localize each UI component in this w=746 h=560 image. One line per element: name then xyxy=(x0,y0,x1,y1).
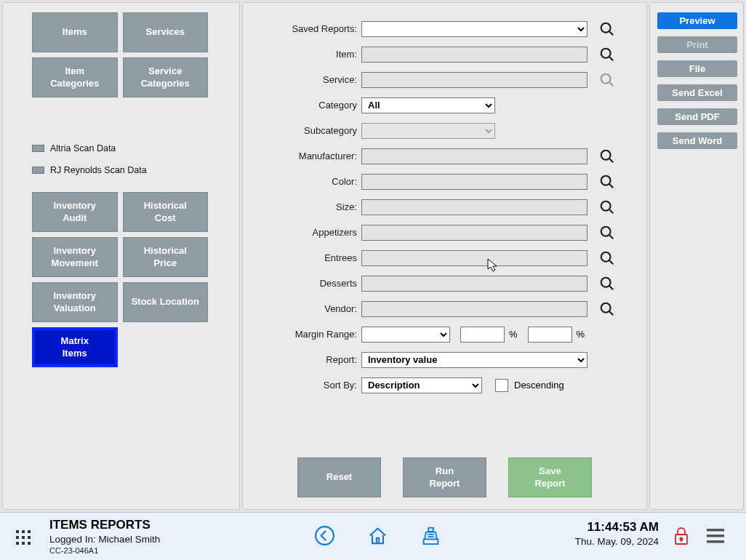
appetizers-input[interactable] xyxy=(361,225,587,241)
nav-grid-top: Items Services ItemCategories ServiceCat… xyxy=(32,12,208,97)
nav-matrix-items[interactable]: MatrixItems xyxy=(32,327,118,367)
row-size: Size: xyxy=(243,194,646,220)
label-subcategory: Subcategory xyxy=(243,125,361,136)
footer-bar: ITEMS REPORTS Logged In: Michael Smith C… xyxy=(0,512,746,560)
saved-reports-select[interactable] xyxy=(361,21,587,37)
svg-rect-23 xyxy=(16,536,19,539)
search-icon[interactable] xyxy=(599,225,615,241)
search-icon[interactable] xyxy=(599,174,615,190)
button-label: Send Excel xyxy=(672,87,722,98)
apps-grid-icon[interactable] xyxy=(16,530,31,548)
svg-line-17 xyxy=(609,285,614,289)
label-category: Category xyxy=(243,100,361,111)
reset-button[interactable]: Reset xyxy=(297,457,381,497)
descending-checkbox[interactable] xyxy=(495,379,508,392)
back-icon[interactable] xyxy=(313,524,337,551)
svg-rect-24 xyxy=(22,536,25,539)
desserts-input[interactable] xyxy=(361,276,587,292)
nav-label: Items xyxy=(63,26,87,38)
run-report-button[interactable]: RunReport xyxy=(403,457,486,497)
category-select[interactable]: All xyxy=(361,97,495,113)
entrees-input[interactable] xyxy=(361,250,587,266)
home-icon[interactable] xyxy=(366,524,390,551)
nav-historical-price[interactable]: HistoricalPrice xyxy=(123,237,209,277)
vendor-input[interactable] xyxy=(361,301,587,317)
nav-service-categories[interactable]: ServiceCategories xyxy=(123,57,209,97)
item-input[interactable] xyxy=(361,47,587,63)
color-input[interactable] xyxy=(361,174,587,190)
row-margin: Margin Range: % % xyxy=(243,321,646,347)
action-row: Reset RunReport SaveReport xyxy=(243,457,646,497)
scan-item-altria[interactable]: Altria Scan Data xyxy=(32,137,236,159)
row-saved-reports: Saved Reports: xyxy=(243,16,646,41)
nav-inventory-movement[interactable]: InventoryMovement xyxy=(32,237,118,277)
file-button[interactable]: File xyxy=(657,60,737,77)
search-icon[interactable] xyxy=(599,199,615,215)
send-excel-button[interactable]: Send Excel xyxy=(657,84,737,101)
margin-range-select[interactable] xyxy=(361,327,450,343)
margin-to-input[interactable] xyxy=(528,327,572,343)
button-label: RunReport xyxy=(430,465,460,489)
nav-items[interactable]: Items xyxy=(32,12,118,52)
row-item: Item: xyxy=(243,41,646,67)
label-size: Size: xyxy=(243,201,361,212)
label-margin: Margin Range: xyxy=(243,329,361,340)
nav-label: MatrixItems xyxy=(61,335,89,359)
save-report-button[interactable]: SaveReport xyxy=(508,457,592,497)
svg-line-9 xyxy=(609,183,614,188)
sort-by-select[interactable]: Description xyxy=(361,377,482,393)
svg-point-8 xyxy=(601,175,611,185)
send-pdf-button[interactable]: Send PDF xyxy=(657,108,737,125)
search-icon[interactable] xyxy=(599,250,615,266)
svg-point-4 xyxy=(601,73,611,83)
service-input[interactable] xyxy=(361,72,587,88)
cash-register-icon[interactable] xyxy=(419,524,443,551)
register-id: CC-23-046A1 xyxy=(49,546,160,555)
manufacturer-input[interactable] xyxy=(361,148,587,164)
row-category: Category All xyxy=(243,92,646,118)
nav-item-categories[interactable]: ItemCategories xyxy=(32,57,118,97)
report-select[interactable]: Inventory value xyxy=(361,352,587,368)
row-color: Color: xyxy=(243,169,646,194)
hamburger-menu-icon[interactable] xyxy=(707,529,724,546)
scan-label: RJ Reynolds Scan Data xyxy=(50,165,147,175)
nav-inventory-valuation[interactable]: InventoryValuation xyxy=(32,282,118,322)
nav-label: HistoricalCost xyxy=(144,200,187,224)
scan-item-rjr[interactable]: RJ Reynolds Scan Data xyxy=(32,159,236,181)
search-icon[interactable] xyxy=(599,301,615,317)
send-word-button[interactable]: Send Word xyxy=(657,132,737,149)
label-saved-reports: Saved Reports: xyxy=(243,23,361,34)
footer-title-block: ITEMS REPORTS Logged In: Michael Smith C… xyxy=(49,518,160,555)
svg-rect-25 xyxy=(28,536,31,539)
search-icon[interactable] xyxy=(599,21,615,37)
button-label: SaveReport xyxy=(535,465,566,489)
svg-rect-39 xyxy=(707,540,724,543)
percent-label: % xyxy=(509,329,518,340)
svg-point-16 xyxy=(601,277,611,287)
preview-button[interactable]: Preview xyxy=(657,12,737,29)
label-sort: Sort By: xyxy=(243,380,361,391)
nav-inventory-audit[interactable]: InventoryAudit xyxy=(32,192,118,232)
center-panel: Saved Reports: Item: Service: Category A… xyxy=(242,2,647,510)
nav-historical-cost[interactable]: HistoricalCost xyxy=(123,192,209,232)
size-input[interactable] xyxy=(361,199,587,215)
legend-swatch xyxy=(32,167,44,174)
lock-icon[interactable] xyxy=(673,526,689,549)
margin-from-input[interactable] xyxy=(460,327,505,343)
right-button-list: Preview Print File Send Excel Send PDF S… xyxy=(657,12,737,149)
search-icon[interactable] xyxy=(599,47,615,63)
search-icon[interactable] xyxy=(599,276,615,292)
button-label: File xyxy=(689,63,705,74)
nav-label: InventoryMovement xyxy=(52,245,98,269)
nav-label: HistoricalPrice xyxy=(144,245,187,269)
footer-center-icons xyxy=(313,524,443,551)
search-icon[interactable] xyxy=(599,148,615,164)
svg-point-10 xyxy=(601,201,611,210)
page-title: ITEMS REPORTS xyxy=(49,518,160,532)
nav-stock-location[interactable]: Stock Location xyxy=(123,282,209,322)
svg-rect-37 xyxy=(707,529,724,532)
button-label: Send Word xyxy=(673,135,722,146)
nav-services[interactable]: Services xyxy=(123,12,209,52)
svg-line-13 xyxy=(609,234,614,239)
label-report: Report: xyxy=(243,354,361,365)
